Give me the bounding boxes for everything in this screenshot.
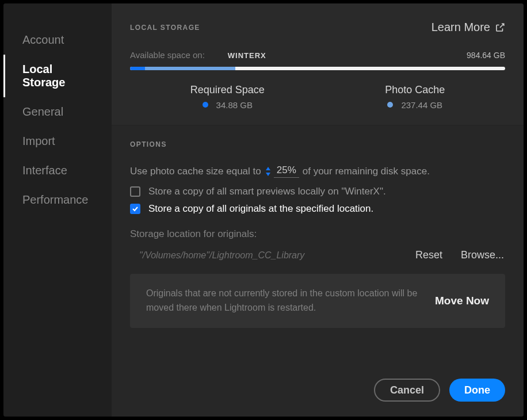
cancel-button[interactable]: Cancel: [374, 379, 440, 402]
sidebar: Account Local Storage General Import Int…: [3, 3, 112, 417]
sidebar-item-general[interactable]: General: [3, 97, 112, 127]
storage-bar-required: [130, 67, 145, 70]
photo-cache-value: 237.44 GB: [401, 100, 442, 110]
browse-button[interactable]: Browse...: [461, 249, 504, 261]
move-info-box: Originals that are not currently stored …: [130, 274, 505, 328]
sidebar-item-import[interactable]: Import: [3, 127, 112, 156]
main-panel: LOCAL STORAGE Learn More Available space…: [112, 3, 524, 417]
section-title-local-storage: LOCAL STORAGE: [130, 24, 200, 32]
drive-name: WINTERX: [228, 51, 266, 60]
originals-label: Store a copy of all originals at the spe…: [148, 203, 373, 215]
section-title-options: OPTIONS: [130, 140, 505, 148]
sidebar-item-interface[interactable]: Interface: [3, 156, 112, 185]
done-button[interactable]: Done: [449, 379, 505, 402]
smart-previews-checkbox[interactable]: [130, 186, 140, 197]
cache-size-prefix: Use photo cache size equal to: [130, 166, 261, 177]
storage-bar: [130, 67, 505, 70]
required-space-label: Required Space: [190, 84, 265, 96]
smart-previews-label: Store a copy of all smart previews local…: [148, 186, 386, 197]
cache-percent-stepper[interactable]: 25%: [265, 165, 299, 178]
photo-cache-label: Photo Cache: [385, 84, 445, 96]
sidebar-item-account[interactable]: Account: [3, 25, 112, 55]
originals-checkbox[interactable]: [130, 204, 140, 214]
available-space-label: Available space on:: [130, 50, 205, 60]
learn-more-label: Learn More: [431, 21, 490, 34]
stepper-arrows-icon: [265, 166, 272, 177]
required-space-dot-icon: [203, 102, 208, 108]
storage-path: "/Volumes/home"/Lightroom_CC_Library: [139, 250, 397, 261]
learn-more-link[interactable]: Learn More: [431, 21, 505, 34]
available-size: 984.64 GB: [467, 51, 505, 60]
checkmark-icon: [132, 205, 139, 212]
cache-percent-value: 25%: [274, 165, 299, 178]
storage-bar-cache: [145, 67, 235, 70]
cache-size-suffix: of your remaining disk space.: [303, 166, 430, 177]
move-now-button[interactable]: Move Now: [435, 295, 489, 307]
reset-button[interactable]: Reset: [415, 249, 442, 261]
external-link-icon: [495, 22, 505, 33]
photo-cache-dot-icon: [387, 102, 393, 108]
sidebar-item-local-storage[interactable]: Local Storage: [3, 55, 112, 97]
required-space-value: 34.88 GB: [216, 100, 253, 110]
storage-location-label: Storage location for originals:: [130, 228, 505, 240]
sidebar-item-performance[interactable]: Performance: [3, 185, 112, 215]
move-info-text: Originals that are not currently stored …: [146, 287, 421, 315]
